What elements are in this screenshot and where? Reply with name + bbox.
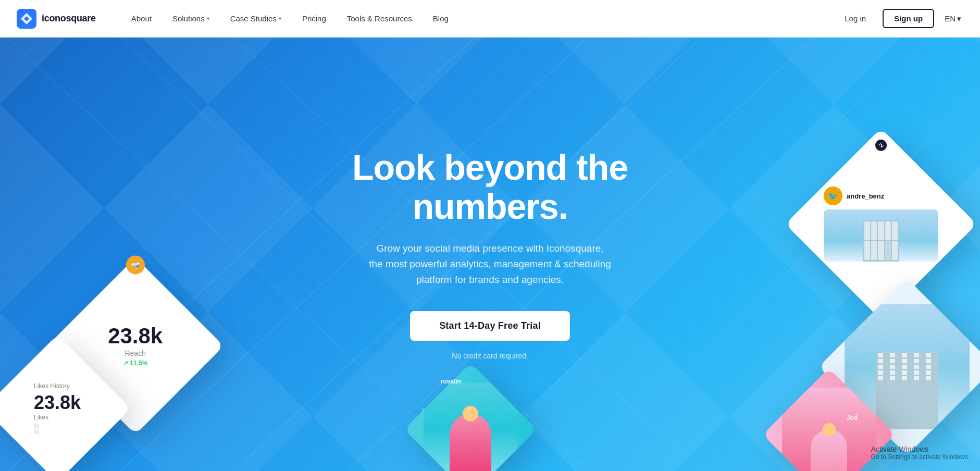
person-card (404, 363, 537, 471)
trial-button[interactable]: Start 14-Day Free Trial (410, 311, 570, 341)
signup-button[interactable]: Sign up (883, 9, 934, 28)
likes-card-content: Likes History 23.8k Likes 8k 6k (34, 382, 81, 435)
likes-sublabel: Likes (34, 414, 81, 421)
lang-chevron-icon: ▾ (957, 14, 961, 23)
watermark-subtitle: Go to Settings to activate Windows. (871, 453, 970, 461)
andre-benz-label: andre_benz (815, 216, 821, 248)
hero-section: Look beyond the numbers. Grow your socia… (0, 0, 980, 471)
y-axis-8k: 8k (34, 423, 40, 429)
live-badge: 📡 (126, 255, 145, 274)
profile-username: andre_benz (847, 192, 884, 200)
logo[interactable]: iconosquare (17, 9, 96, 29)
likes-label: Likes History (34, 382, 81, 390)
nav-pricing[interactable]: Pricing (292, 10, 337, 27)
notification-count: 2 (878, 142, 885, 148)
notification-badge: 2 (875, 140, 887, 151)
navbar: iconosquare About Solutions ▾ Case Studi… (0, 0, 980, 38)
reach-value: 23.8k (108, 325, 163, 347)
hero-cta-group: Start 14-Day Free Trial No credit card r… (294, 311, 686, 361)
case-studies-chevron-icon: ▾ (279, 16, 281, 21)
hero-note: No credit card required. (452, 352, 528, 360)
reach-label: Reach (108, 349, 163, 357)
navbar-actions: Log in Sign up EN ▾ (836, 9, 963, 28)
nav-tools-resources[interactable]: Tools & Resources (337, 10, 423, 27)
reach-card-content: 23.8k Reach ↗ 11.5% (108, 325, 163, 367)
hero-content: Look beyond the numbers. Grow your socia… (282, 148, 699, 361)
login-button[interactable]: Log in (836, 10, 874, 27)
window-grid (876, 351, 938, 382)
nav-about[interactable]: About (121, 10, 162, 27)
likes-value: 23.8k (34, 392, 81, 414)
reach-change: ↗ 11.5% (108, 360, 163, 367)
nav-solutions[interactable]: Solutions ▾ (162, 10, 220, 27)
logo-text: iconosquare (42, 13, 96, 24)
hero-title: Look beyond the numbers. (294, 148, 686, 226)
solutions-chevron-icon: ▾ (207, 16, 209, 21)
hero-subtitle: Grow your social media presence with Ico… (294, 241, 686, 288)
windows-watermark: Activate Windows Go to Settings to activ… (871, 445, 970, 461)
person-card-inner (424, 382, 517, 471)
card-pin-label: ↑ (421, 406, 425, 414)
profile-card-content: 🐦 andre_benz (824, 187, 938, 262)
logo-icon (17, 9, 36, 29)
profile-avatar: 🐦 (824, 187, 842, 205)
nav-case-studies[interactable]: Case Studies ▾ (220, 10, 292, 27)
person-name-label: rosalin (441, 378, 461, 385)
profile-card: 2 🐦 andre_benz (785, 128, 977, 320)
live-icon: 📡 (129, 259, 141, 271)
profile-header: 🐦 andre_benz (824, 187, 938, 205)
main-nav: About Solutions ▾ Case Studies ▾ Pricing… (121, 10, 837, 27)
language-selector[interactable]: EN ▾ (942, 10, 963, 28)
y-axis-6k: 6k (34, 429, 40, 435)
nav-blog[interactable]: Blog (423, 10, 459, 27)
jod-label: Jod (847, 414, 858, 422)
watermark-title: Activate Windows (871, 445, 970, 453)
